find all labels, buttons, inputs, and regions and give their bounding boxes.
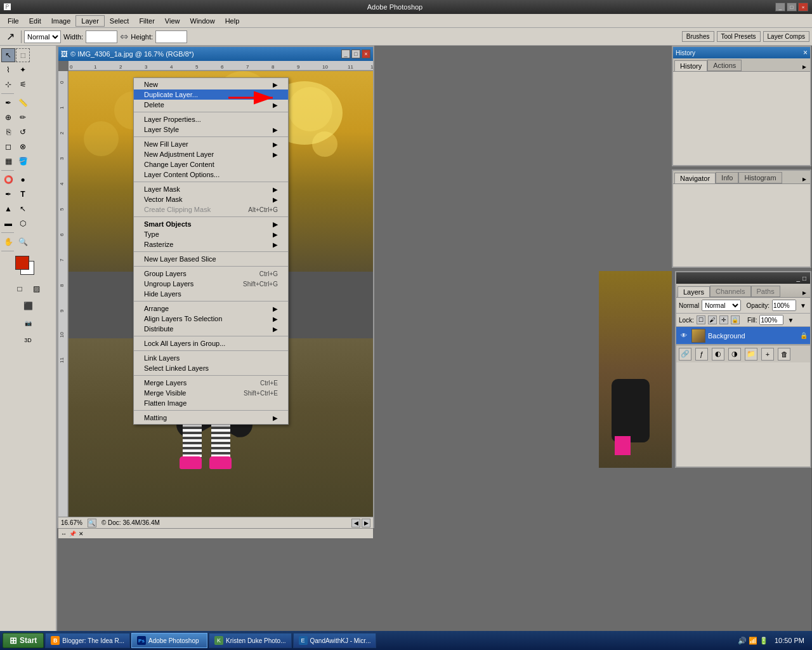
menu-new-adjustment-layer[interactable]: New Adjustment Layer ▶	[134, 149, 288, 159]
lock-all-btn[interactable]: 🔒	[731, 315, 740, 324]
minimize-btn[interactable]: _	[775, 3, 785, 11]
new-fill-btn[interactable]: ◑	[728, 348, 741, 361]
nav-panel-menu-btn[interactable]: ▸	[800, 175, 809, 183]
dodge-tool[interactable]: ⭕	[1, 173, 15, 187]
lock-transparent-btn[interactable]: ☐	[697, 315, 705, 324]
delete-layer-btn[interactable]: 🗑	[778, 348, 790, 361]
menu-window[interactable]: Window	[185, 16, 220, 26]
menu-link-layers[interactable]: Link Layers	[134, 353, 288, 363]
lock-image-btn[interactable]: 🖌	[708, 315, 717, 324]
text-tool[interactable]: T	[16, 187, 30, 201]
canvas-minimize[interactable]: _	[341, 50, 350, 58]
zoom-tool[interactable]: 🔍	[16, 235, 30, 249]
lasso-tool[interactable]: ⌇	[1, 63, 15, 77]
eraser-tool[interactable]: ◻	[1, 140, 15, 154]
tab-histogram[interactable]: Histogram	[738, 172, 782, 183]
panel-close[interactable]: ×	[803, 48, 808, 57]
opacity-arrow[interactable]: ▼	[799, 302, 808, 309]
tab-paths[interactable]: Paths	[751, 286, 780, 297]
taskbar-item-photoshop[interactable]: Ps Adobe Photoshop	[131, 633, 207, 648]
menu-new-layer-based-slice[interactable]: New Layer Based Slice	[134, 254, 288, 264]
magic-wand-tool[interactable]: ✦	[16, 63, 30, 77]
menu-ungroup-layers[interactable]: Ungroup Layers Shift+Ctrl+G	[134, 279, 288, 289]
shape-tool[interactable]: ▬	[1, 216, 15, 230]
menu-merge-visible[interactable]: Merge Visible Shift+Ctrl+E	[134, 388, 288, 398]
tab-navigator[interactable]: Navigator	[674, 173, 716, 183]
menu-lock-all-layers[interactable]: Lock All Layers in Group...	[134, 338, 288, 348]
brush-tool[interactable]: ✏	[16, 110, 30, 124]
history-brush-tool[interactable]: ↺	[16, 125, 30, 139]
menu-align-layers[interactable]: Align Layers To Selection ▶	[134, 314, 288, 324]
menu-layer[interactable]: Layer	[75, 15, 105, 27]
menu-file[interactable]: File	[3, 16, 24, 26]
burn-tool[interactable]: ●	[16, 173, 30, 187]
canvas-nav-prev[interactable]: ◀	[351, 519, 360, 527]
close-btn[interactable]: ×	[798, 3, 808, 11]
tab-history[interactable]: History	[674, 60, 707, 71]
layer-eye-icon[interactable]: 👁	[679, 331, 689, 341]
direct-selection-tool[interactable]: ↖	[16, 202, 30, 216]
add-style-btn[interactable]: ƒ	[695, 348, 708, 361]
fg-color[interactable]	[15, 256, 29, 270]
bg-eraser-tool[interactable]: ⊗	[16, 140, 30, 154]
zoom-icon[interactable]: 🔍	[88, 519, 96, 527]
tab-info[interactable]: Info	[716, 172, 738, 183]
menu-layer-mask[interactable]: Layer Mask ▶	[134, 184, 288, 194]
add-mask-btn[interactable]: ◐	[712, 348, 724, 361]
layers-panel-menu-btn[interactable]: ▸	[800, 288, 809, 297]
taskbar-item-qanda[interactable]: E QandAwithKJ - Micr...	[293, 633, 377, 648]
menu-filter[interactable]: Filter	[134, 16, 159, 26]
canvas-bottom-icon1[interactable]: ↔	[61, 531, 67, 537]
slice-tool[interactable]: ⚟	[16, 77, 30, 91]
menu-smart-objects[interactable]: Smart Objects ▶	[134, 219, 288, 229]
taskbar-item-blogger[interactable]: B Blogger: The Idea R...	[45, 633, 130, 648]
video-tool[interactable]: 📷	[14, 316, 42, 330]
menu-vector-mask[interactable]: Vector Mask ▶	[134, 194, 288, 204]
tool-presets-btn[interactable]: Tool Presets	[717, 31, 761, 42]
canvas-close[interactable]: ×	[362, 50, 370, 58]
taskbar-item-kristen[interactable]: K Kristen Duke Photo...	[209, 633, 292, 648]
crop-tool[interactable]: ⊹	[1, 77, 15, 91]
layer-background[interactable]: 👁 Background 🔒	[676, 327, 810, 345]
menu-image[interactable]: Image	[46, 16, 76, 26]
custom-shape-tool[interactable]: ⬡	[16, 216, 30, 230]
canvas-maximize[interactable]: □	[351, 50, 360, 58]
opacity-input[interactable]	[772, 300, 796, 311]
new-group-btn[interactable]: 📁	[745, 348, 757, 361]
blend-mode-select[interactable]: Normal	[24, 30, 61, 43]
width-input[interactable]	[86, 30, 117, 43]
menu-edit[interactable]: Edit	[24, 16, 46, 26]
menu-new-fill-layer[interactable]: New Fill Layer ▶	[134, 139, 288, 149]
panel-menu-btn[interactable]: ▸	[800, 62, 809, 71]
menu-layer-style[interactable]: Layer Style ▶	[134, 124, 288, 135]
move-tool[interactable]: ↖	[1, 48, 15, 62]
3d-tools[interactable]: 3D	[14, 333, 42, 347]
menu-arrange[interactable]: Arrange ▶	[134, 303, 288, 314]
menu-view[interactable]: View	[160, 16, 185, 26]
menu-change-layer-content[interactable]: Change Layer Content	[134, 159, 288, 169]
layer-comps-btn[interactable]: Layer Comps	[763, 31, 809, 42]
layers-maximize[interactable]: □	[802, 275, 806, 282]
eyedropper-tool[interactable]: ✒	[1, 96, 15, 110]
tab-layers[interactable]: Layers	[678, 286, 710, 297]
maximize-btn[interactable]: □	[787, 3, 797, 11]
quick-mask[interactable]: ▨	[29, 282, 43, 296]
brushes-btn[interactable]: Brushes	[682, 31, 714, 42]
menu-hide-layers[interactable]: Hide Layers	[134, 289, 288, 299]
lock-position-btn[interactable]: ✛	[719, 315, 728, 324]
menu-matting[interactable]: Matting ▶	[134, 413, 288, 423]
hand-tool[interactable]: ✋	[1, 235, 15, 249]
window-controls[interactable]: _ □ ×	[775, 3, 808, 11]
menu-distribute[interactable]: Distribute ▶	[134, 324, 288, 334]
screen-mode-btn[interactable]: ⬛	[21, 299, 35, 313]
clone-tool[interactable]: ⎘	[1, 125, 15, 139]
layers-minimize[interactable]: _	[796, 275, 800, 282]
standard-mode[interactable]: □	[13, 282, 27, 296]
color-swatches[interactable]	[14, 255, 42, 279]
new-layer-btn[interactable]: +	[761, 348, 774, 361]
canvas-nav-next[interactable]: ▶	[362, 519, 370, 527]
pen-tool[interactable]: ✒	[1, 187, 15, 201]
menu-help[interactable]: Help	[220, 16, 245, 26]
menu-flatten-image[interactable]: Flatten Image	[134, 398, 288, 408]
paint-bucket-tool[interactable]: 🪣	[16, 154, 30, 168]
